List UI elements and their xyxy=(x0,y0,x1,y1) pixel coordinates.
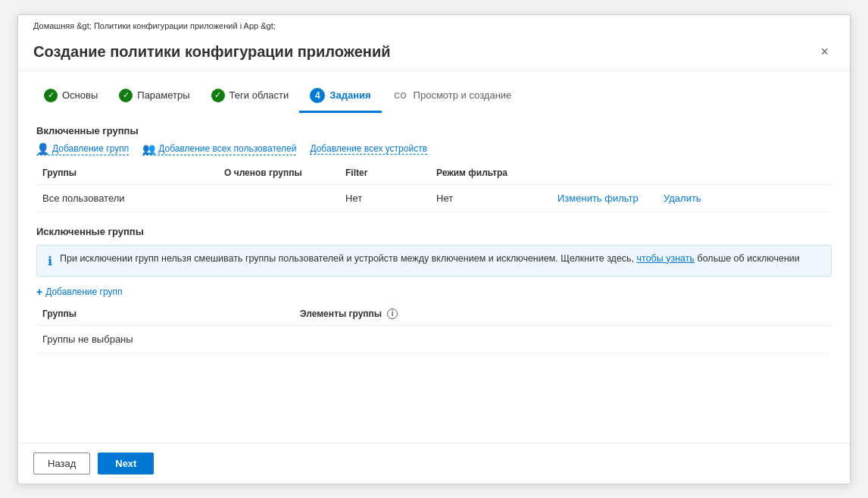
excluded-add-groups-link[interactable]: + Добавление групп xyxy=(36,286,832,298)
excl-col-groups: Группы xyxy=(36,305,294,322)
next-button[interactable]: Next xyxy=(98,453,154,475)
step-scope-check-icon: ✓ xyxy=(211,89,225,102)
modal-footer: Назад Next xyxy=(18,443,850,484)
modal-body: Включенные группы 👤 Добавление групп 👥 Д… xyxy=(18,113,850,443)
elements-info-icon[interactable]: i xyxy=(387,309,398,319)
col-action1 xyxy=(551,164,657,181)
included-groups-action-bar: 👤 Добавление групп 👥 Добавление всех пол… xyxy=(36,143,832,155)
step-review-co-icon: CO xyxy=(392,89,409,102)
modal-header: Создание политики конфигурации приложени… xyxy=(18,33,850,70)
excl-col-elements: Элементы группы i xyxy=(294,305,445,322)
excluded-table-row: Группы не выбраны xyxy=(36,326,832,353)
close-button[interactable]: × xyxy=(814,41,835,63)
included-groups-section: Включенные группы 👤 Добавление групп 👥 Д… xyxy=(36,125,832,212)
col-members: О членов группы xyxy=(218,164,339,181)
step-tasks-num-icon: 4 xyxy=(310,88,325,103)
add-all-users-label: Добавление всех пользователей xyxy=(158,143,296,154)
breadcrumb-section[interactable]: Политики конфигурации приложений i App &… xyxy=(94,21,276,30)
row-group-name: Все пользователи xyxy=(36,188,218,208)
excluded-groups-section: Исключенные группы ℹ При исключении груп… xyxy=(36,226,832,353)
main-modal: Домашняя &gt; Политики конфигурации прил… xyxy=(17,14,851,484)
row-filter: Нет xyxy=(339,188,430,208)
step-params[interactable]: ✓ Параметры xyxy=(108,83,200,112)
breadcrumb-home[interactable]: Домашняя &gt; xyxy=(33,21,92,30)
breadcrumb: Домашняя &gt; Политики конфигурации прил… xyxy=(18,15,850,33)
step-basics[interactable]: ✓ Основы xyxy=(33,83,108,112)
back-button[interactable]: Назад xyxy=(33,453,90,475)
step-review-label: Просмотр и создание xyxy=(414,89,512,101)
add-groups-link[interactable]: 👤 Добавление групп xyxy=(36,143,129,155)
info-text-content: При исключении групп нельзя смешивать гр… xyxy=(60,253,637,264)
step-tasks[interactable]: 4 Задания xyxy=(299,82,381,113)
change-filter-link[interactable]: Изменить фильтр xyxy=(551,188,657,208)
step-scope-tags[interactable]: ✓ Теги области xyxy=(201,83,300,112)
excluded-groups-title: Исключенные группы xyxy=(36,226,832,237)
step-params-check-icon: ✓ xyxy=(119,89,133,102)
table-row: Все пользователи Нет Нет Изменить фильтр… xyxy=(36,185,832,212)
included-groups-table-header: Группы О членов группы Filter Режим филь… xyxy=(36,161,832,185)
row-filter-mode: Нет xyxy=(430,188,551,208)
col-filter: Filter xyxy=(339,164,430,181)
included-groups-title: Включенные группы xyxy=(36,125,832,136)
step-tasks-label: Задания xyxy=(329,89,370,101)
excluded-add-groups-label: Добавление групп xyxy=(45,287,122,297)
col-filter-mode: Режим фильтра xyxy=(430,164,551,181)
add-all-devices-link[interactable]: Добавление всех устройств xyxy=(310,143,427,155)
excl-row-group: Группы не выбраны xyxy=(36,329,294,349)
excluded-groups-table-header: Группы Элементы группы i xyxy=(36,302,832,326)
steps-bar: ✓ Основы ✓ Параметры ✓ Теги области 4 За… xyxy=(18,71,850,113)
add-all-devices-label: Добавление всех устройств xyxy=(310,143,427,154)
step-basics-check-icon: ✓ xyxy=(44,89,58,102)
step-basics-label: Основы xyxy=(62,89,98,101)
delete-link[interactable]: Удалить xyxy=(657,188,718,208)
info-icon: ℹ xyxy=(48,254,52,268)
info-learn-more-link[interactable]: чтобы узнать xyxy=(637,253,695,264)
step-review[interactable]: CO Просмотр и создание xyxy=(382,83,523,112)
excl-col-elements-label: Элементы группы xyxy=(300,309,382,319)
plus-icon: + xyxy=(36,286,42,298)
add-groups-label: Добавление групп xyxy=(52,143,129,154)
step-params-label: Параметры xyxy=(137,89,189,101)
modal-title: Создание политики конфигурации приложени… xyxy=(33,43,390,61)
col-groups: Группы xyxy=(36,164,218,181)
add-all-users-icon: 👥 xyxy=(142,143,155,155)
info-text: При исключении групп нельзя смешивать гр… xyxy=(60,253,800,264)
info-box: ℹ При исключении групп нельзя смешивать … xyxy=(36,245,832,277)
add-groups-icon: 👤 xyxy=(36,143,49,155)
step-scope-label: Теги области xyxy=(229,89,289,101)
excl-row-elements xyxy=(294,334,445,343)
col-action2 xyxy=(657,164,718,181)
add-all-users-link[interactable]: 👥 Добавление всех пользователей xyxy=(142,143,296,155)
row-members xyxy=(218,193,339,202)
